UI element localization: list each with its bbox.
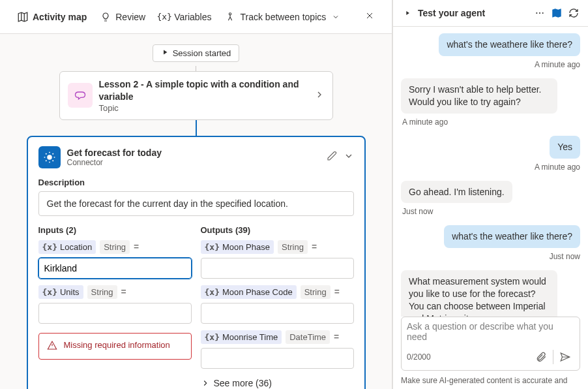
- svg-point-2: [536, 12, 537, 14]
- input-row: {x}Location String =: [38, 240, 192, 254]
- composer: 0/2000: [401, 317, 580, 371]
- test-panel-title: Test your agent: [418, 8, 529, 18]
- char-counter: 0/2000: [407, 352, 431, 362]
- tab-label: Review: [115, 12, 145, 22]
- description-box: Get the forecast for the current day in …: [38, 191, 354, 216]
- equals-icon: =: [334, 287, 340, 297]
- close-button[interactable]: [358, 7, 381, 27]
- tab-variables[interactable]: {x} Variables: [152, 7, 218, 27]
- tab-label: Track between topics: [240, 12, 326, 22]
- input-value-location[interactable]: [38, 258, 192, 279]
- output-name: Moonrise Time: [222, 332, 278, 342]
- topic-node[interactable]: Lesson 2 - A simple topic with a conditi…: [59, 71, 333, 120]
- tab-track-between-topics[interactable]: Track between topics: [218, 7, 348, 27]
- edit-icon[interactable]: [327, 151, 337, 163]
- timestamp: A minute ago: [535, 60, 580, 69]
- output-row: {x}Moonrise Time DateTime =: [201, 330, 354, 344]
- output-type: DateTime: [286, 330, 330, 344]
- weather-icon: [38, 146, 61, 168]
- output-row: {x}Moon Phase Code String =: [201, 285, 354, 299]
- input-value-units[interactable]: [38, 303, 192, 324]
- svg-point-1: [47, 155, 52, 160]
- connector-title: Get forecast for today: [67, 148, 162, 158]
- inputs-column: Inputs (2) {x}Location String = {x}Units…: [38, 225, 192, 388]
- input-name: Location: [60, 242, 92, 252]
- input-row: {x}Units String =: [38, 285, 192, 299]
- error-text: Missing required information: [64, 340, 170, 350]
- timestamp: A minute ago: [402, 117, 448, 127]
- variable-icon: {x}: [42, 242, 57, 252]
- chevron-down-icon: [330, 11, 342, 23]
- map-icon[interactable]: [550, 7, 563, 20]
- equals-icon: =: [334, 332, 339, 342]
- timestamp: Just now: [550, 252, 580, 261]
- play-icon: [161, 48, 169, 58]
- collapse-icon[interactable]: [401, 7, 414, 20]
- tab-label: Variables: [174, 12, 211, 22]
- canvas[interactable]: Session started Lesson 2 - A simple topi…: [0, 34, 392, 389]
- chevron-right-icon: [314, 89, 325, 102]
- input-type: String: [100, 240, 130, 254]
- tab-label: Activity map: [33, 12, 87, 22]
- output-name: Moon Phase Code: [222, 287, 293, 297]
- message-input[interactable]: [407, 321, 574, 346]
- send-icon[interactable]: [556, 348, 574, 366]
- variables-icon: {x}: [158, 11, 170, 23]
- description-label: Description: [38, 178, 354, 187]
- outputs-label: Outputs (39): [201, 225, 354, 235]
- see-more-button[interactable]: See more (36): [201, 378, 354, 388]
- variable-icon: {x}: [205, 242, 220, 252]
- tab-review[interactable]: Review: [93, 7, 152, 27]
- activity-map-panel: Activity map Review {x} Variables Track …: [0, 0, 392, 389]
- topic-icon: [68, 83, 93, 108]
- chat-message-bot: What measurement system would you like t…: [401, 270, 557, 317]
- see-more-label: See more (36): [214, 378, 272, 388]
- outputs-column: Outputs (39) {x}Moon Phase String = {x}M…: [201, 225, 354, 388]
- variable-icon: {x}: [205, 332, 220, 342]
- timestamp: Just now: [402, 207, 433, 216]
- topic-title: Lesson 2 - A simple topic with a conditi…: [99, 78, 308, 103]
- test-panel-header: Test your agent: [393, 0, 588, 27]
- chevron-down-icon[interactable]: [344, 151, 354, 163]
- chat-message-user: what's the weathere like there?: [439, 33, 580, 56]
- track-icon: [224, 11, 236, 23]
- output-value[interactable]: [201, 303, 354, 324]
- toolbar: Activity map Review {x} Variables Track …: [0, 0, 392, 34]
- output-type: String: [301, 285, 331, 299]
- variable-icon: {x}: [42, 287, 57, 297]
- chat-message-bot: Go ahead. I'm listening.: [401, 181, 512, 204]
- connector-node[interactable]: Get forecast for today Connector Descrip…: [27, 136, 366, 389]
- error-box: Missing required information: [38, 333, 192, 360]
- equals-icon: =: [121, 287, 126, 297]
- connector-subtitle: Connector: [67, 158, 162, 167]
- footer-note: Make sure AI-generated content is accura…: [393, 376, 588, 389]
- lightbulb-icon: [100, 11, 111, 23]
- output-row: {x}Moon Phase String =: [201, 240, 354, 254]
- connector-line: [196, 120, 197, 136]
- topic-subtitle: Topic: [99, 103, 308, 113]
- svg-point-4: [542, 12, 544, 14]
- tab-activity-map[interactable]: Activity map: [10, 7, 93, 27]
- attach-icon[interactable]: [532, 348, 550, 366]
- warning-icon: [47, 340, 57, 352]
- connector-line: [196, 66, 196, 71]
- output-value[interactable]: [201, 258, 354, 279]
- session-started-node[interactable]: Session started: [153, 44, 240, 62]
- chat-log[interactable]: what's the weathere like there? A minute…: [393, 27, 588, 317]
- map-icon: [17, 11, 29, 23]
- chat-message-bot: Sorry I wasn't able to help better. Woul…: [401, 78, 557, 114]
- timestamp: A minute ago: [535, 163, 580, 172]
- more-icon[interactable]: [533, 7, 546, 20]
- equals-icon: =: [312, 241, 317, 252]
- output-value[interactable]: [201, 348, 354, 369]
- chat-message-user: Yes: [550, 136, 580, 159]
- svg-point-0: [229, 12, 231, 14]
- output-name: Moon Phase: [222, 242, 270, 252]
- session-label: Session started: [173, 48, 231, 58]
- output-type: String: [278, 240, 308, 254]
- equals-icon: =: [134, 241, 139, 252]
- test-panel: Test your agent what's the weathere like…: [392, 0, 588, 389]
- svg-point-3: [539, 12, 540, 14]
- refresh-icon[interactable]: [567, 7, 580, 20]
- chat-message-user: what's the weather like there?: [444, 225, 580, 248]
